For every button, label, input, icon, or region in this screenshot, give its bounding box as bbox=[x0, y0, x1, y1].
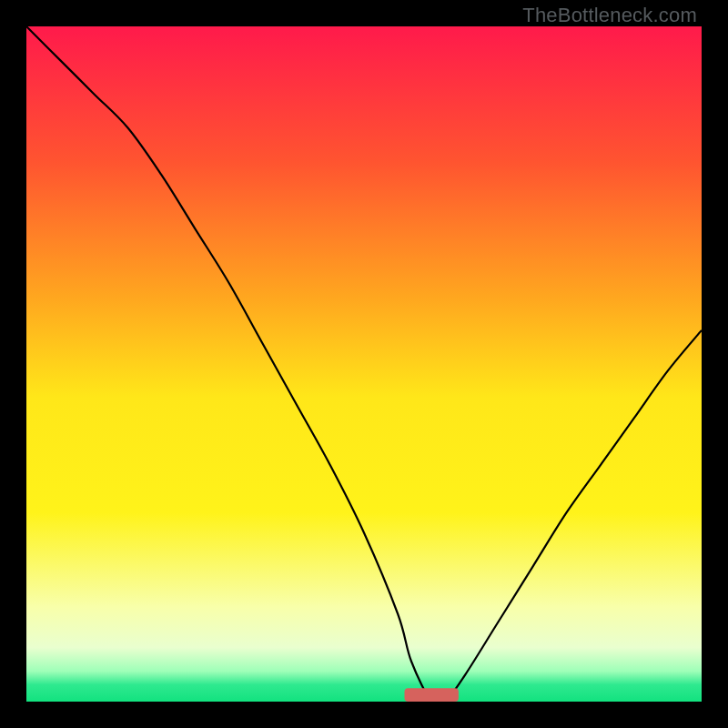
optimal-marker bbox=[405, 688, 459, 702]
watermark-text: TheBottleneck.com bbox=[522, 4, 697, 27]
chart-frame bbox=[26, 26, 702, 702]
bottleneck-chart bbox=[26, 26, 702, 702]
